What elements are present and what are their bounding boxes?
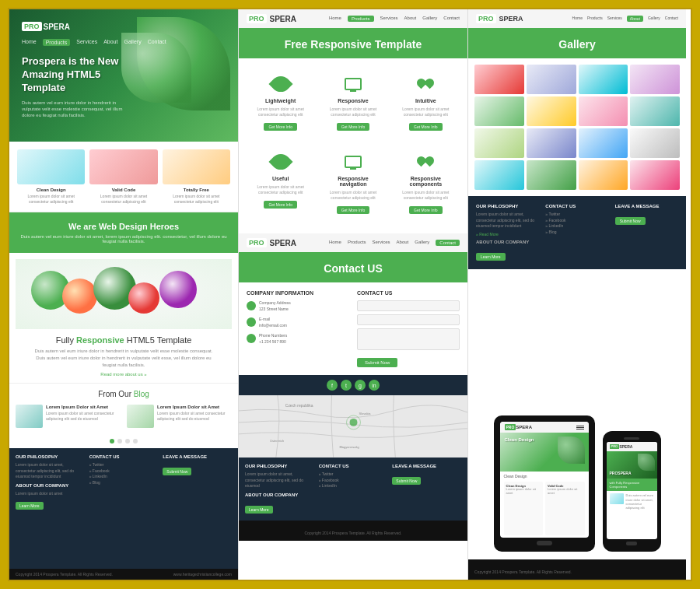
footer-contact-blog[interactable]: » Blog [89,480,159,486]
column-3: PRO SPERA Home Products Services About G… [468,9,686,580]
gallery-item-14[interactable] [527,160,576,190]
feature-title-intuitive: Intuitive [397,98,455,103]
responsive-nav-icon [341,152,365,171]
feature-text-responsive-nav: Lorem ipsum dolor sit amet consectetur a… [324,190,382,201]
gallery-item-10[interactable] [527,128,576,158]
blog-post-text-1: Lorem ipsum dolor sit amet consectetur a… [46,411,121,421]
contact-message-field[interactable] [357,328,460,350]
nav-products[interactable]: Products [43,39,71,46]
col3-logo-spera: SPERA [499,15,523,23]
gallery-item-7[interactable] [579,96,628,126]
footer-philosophy-title: Our Philosophy [16,454,85,459]
feature-btn-responsive-nav[interactable]: Get More Info [337,206,370,214]
feature-btn-responsive[interactable]: Get More Info [337,123,370,131]
col2-footer-message-title: Leave a Message [392,464,461,468]
gallery-item-4[interactable] [630,65,680,94]
col3-contact-blog[interactable]: » Blog [545,230,608,236]
social-google[interactable]: g [355,380,366,391]
feature-btn-lightweight[interactable]: Get More Info [264,123,297,131]
col2-nav-products[interactable]: Products [348,16,374,22]
col3-contact-facebook[interactable]: » Facebook [545,218,608,224]
footer-contact-twitter[interactable]: » Twitter [89,462,159,468]
col3-nav-gallery[interactable]: Gallery [648,16,660,22]
col3-nav-contact[interactable]: Contact [665,16,678,22]
col3-nav-home[interactable]: Home [572,16,583,22]
gallery-item-13[interactable] [474,160,524,190]
gallery-item-8[interactable] [630,96,680,126]
contact-name-field[interactable] [357,300,460,311]
col3-contact-linkedin[interactable]: » LinkedIn [545,223,608,230]
gallery-item-2[interactable] [527,65,576,94]
copyright-text: Copyright 2014 Prospera Template. All Ri… [16,572,113,577]
col2-footer-submit-btn[interactable]: Submit Now [392,477,421,485]
col2-footer-facebook[interactable]: » Facebook [319,478,388,484]
col2-cnav-contact[interactable]: Contact [436,240,460,246]
gallery-item-9[interactable] [474,128,524,158]
dot-4[interactable] [133,439,138,444]
col2-cnav-gallery[interactable]: Gallery [415,240,429,246]
col2-nav-gallery[interactable]: Gallery [422,16,437,22]
tablet-home-button[interactable] [537,541,552,545]
col2-footer-twitter[interactable]: » Twitter [319,472,388,478]
col2-logo-pro: PRO [247,14,267,23]
banner-subtitle: Duis autem vel eum iriure dolor sit amet… [19,234,229,244]
col2-nav-about[interactable]: About [404,16,417,22]
leaf-icon-2 [268,149,292,174]
nav-about[interactable]: About [103,39,117,46]
dot-2[interactable] [117,439,122,444]
contact-email-field[interactable] [357,314,460,325]
col2-cnav-about[interactable]: About [397,240,409,246]
col3-submit-btn[interactable]: Submit Now [615,217,646,225]
nav-contact[interactable]: Contact [148,39,166,46]
col2-footer-linkedin[interactable]: » LinkedIn [319,483,388,489]
col3-philosophy-title: Our Philosophy [476,204,539,209]
feature-btn-intuitive[interactable]: Get More Info [409,123,443,131]
blog-title: From Our Blog [16,390,232,398]
dot-1[interactable] [110,439,114,444]
col3-philosophy-link[interactable]: » Read More [476,232,539,237]
contact-submit-btn[interactable]: Submit Now [357,358,397,367]
phone-content-img [610,493,624,504]
col3-nav-about[interactable]: About [627,16,643,22]
footer-submit-btn[interactable]: Submit Now [163,468,191,475]
gallery-item-12[interactable] [630,128,680,158]
col2-cnav-home[interactable]: Home [329,240,341,246]
gallery-item-11[interactable] [579,128,628,158]
col2-cnav-products[interactable]: Products [348,240,366,246]
footer-contact-facebook[interactable]: » Facebook [89,468,159,475]
col3-contact-twitter[interactable]: » Twitter [545,212,608,218]
gallery-item-1[interactable] [474,65,524,94]
responsive-read-more[interactable]: Read more about us » [100,372,146,377]
social-twitter[interactable]: t [341,380,352,391]
gallery-item-3[interactable] [579,65,628,94]
social-facebook[interactable]: f [327,380,338,391]
nav-gallery[interactable]: Gallery [124,39,141,46]
social-linkedin[interactable]: in [369,380,380,391]
nav-home[interactable]: Home [22,39,37,46]
gallery-item-16[interactable] [630,160,680,190]
feature-btn-responsive-comp[interactable]: Get More Info [409,206,443,214]
col2-footer-learn-btn[interactable]: Learn More [245,506,273,514]
footer-contact-linkedin[interactable]: » LinkedIn [89,474,159,480]
col2-footer-contact-title: Contact Us [319,464,388,468]
col3-contact-section: Contact Us » Twitter » Facebook » Linked… [545,204,608,261]
gallery-item-15[interactable] [579,160,628,190]
phone-home-button[interactable] [626,542,637,545]
col3-about-title: About Our Company [476,240,539,244]
col3-learn-btn[interactable]: Learn More [476,253,506,261]
col3-nav-products[interactable]: Products [587,16,603,22]
blog-post-title-1: Lorem Ipsum Dolor sit Amet [46,405,121,409]
dot-3[interactable] [125,439,130,444]
col3-nav: Home Products Services About Gallery Con… [572,16,678,22]
col2-cnav-services[interactable]: Services [373,240,390,246]
nav-services[interactable]: Services [76,39,97,46]
gallery-item-6[interactable] [527,96,576,126]
col3-nav-services[interactable]: Services [607,16,622,22]
col2-nav-services[interactable]: Services [380,16,398,22]
tablet-hamburger[interactable] [576,426,584,429]
col2-nav-contact[interactable]: Contact [443,16,460,22]
feature-btn-useful[interactable]: Get More Info [264,201,297,209]
gallery-item-5[interactable] [474,96,524,126]
footer-learn-more-btn[interactable]: Learn More [16,502,44,510]
col2-nav-home[interactable]: Home [329,16,341,22]
